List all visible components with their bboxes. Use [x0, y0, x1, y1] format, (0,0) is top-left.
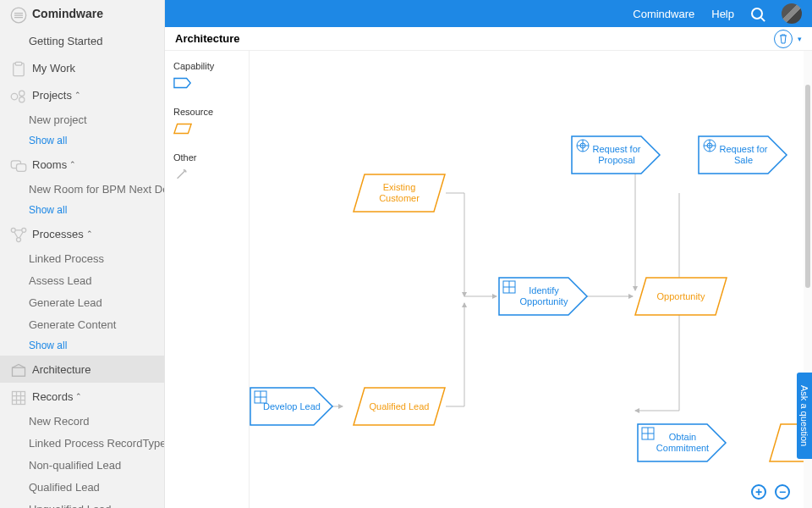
- palette-resource-shape[interactable]: [173, 122, 240, 137]
- records-icon: [10, 389, 27, 403]
- svg-text:Obtain: Obtain: [669, 432, 696, 442]
- svg-point-3: [11, 93, 18, 100]
- svg-text:Customer: Customer: [379, 193, 420, 203]
- svg-text:Sale: Sale: [734, 155, 753, 165]
- delete-button[interactable]: [774, 30, 793, 48]
- palette-resource-label: Resource: [173, 107, 240, 117]
- header-help-link[interactable]: Help: [711, 8, 734, 20]
- sidebar: Comindware Getting Started My Work Proje…: [0, 0, 165, 508]
- header-brand-link[interactable]: Comindware: [633, 8, 694, 20]
- node-develop-lead[interactable]: Develop Lead: [250, 387, 333, 429]
- svg-point-9: [22, 228, 26, 232]
- svg-text:Opportunity: Opportunity: [520, 296, 568, 306]
- svg-text:Commitment: Commitment: [656, 443, 709, 453]
- sidebar-projects[interactable]: Projects⌃: [0, 81, 164, 108]
- menu-icon: [10, 7, 27, 20]
- chevron-up-icon: ⌃: [74, 91, 81, 99]
- sidebar-rooms[interactable]: Rooms⌃: [0, 151, 164, 178]
- chevron-up-icon: ⌃: [69, 160, 76, 168]
- sidebar-rooms-label: Rooms: [32, 158, 67, 171]
- sidebar-my-work[interactable]: My Work: [0, 54, 164, 81]
- sidebar-sub-new-record[interactable]: New Record: [0, 410, 164, 432]
- node-qualified-lead[interactable]: Qualified Lead: [353, 387, 446, 429]
- palette-capability-label: Capability: [173, 61, 240, 71]
- sidebar-brand[interactable]: Comindware: [0, 0, 164, 27]
- diagram-canvas[interactable]: ExistingCustomer Request forProposal Req…: [250, 51, 812, 508]
- svg-text:Identify: Identify: [529, 285, 559, 295]
- delete-dropdown[interactable]: ▾: [798, 35, 802, 43]
- svg-rect-12: [13, 392, 25, 405]
- sidebar-projects-label: Projects: [32, 89, 72, 102]
- page-title: Architecture: [175, 32, 240, 45]
- svg-rect-11: [13, 367, 25, 376]
- sidebar-records-label: Records: [32, 390, 73, 403]
- sidebar-sub-unqualified-lead[interactable]: Unqualified Lead: [0, 498, 164, 508]
- node-request-sale[interactable]: Request forSale: [698, 135, 787, 178]
- svg-point-4: [19, 91, 25, 96]
- node-opportunity[interactable]: Opportunity: [634, 277, 727, 319]
- sidebar-processes-label: Processes: [32, 228, 84, 240]
- canvas-area: Capability Resource Other Existi: [165, 51, 812, 508]
- sidebar-processes-showall[interactable]: Show all: [0, 335, 164, 356]
- svg-rect-2: [15, 62, 22, 65]
- ask-question-tab[interactable]: Ask a question: [797, 373, 812, 459]
- sidebar-getting-started[interactable]: Getting Started: [0, 27, 164, 54]
- svg-text:Request for: Request for: [593, 144, 641, 154]
- zoom-controls: + −: [751, 484, 790, 500]
- sidebar-rooms-showall[interactable]: Show all: [0, 200, 164, 220]
- node-identify-opportunity[interactable]: IdentifyOpportunity: [498, 277, 588, 319]
- svg-point-8: [11, 228, 15, 232]
- palette: Capability Resource Other: [165, 51, 250, 508]
- scrollbar-thumb[interactable]: [805, 85, 810, 288]
- svg-text:Qualified Lead: Qualified Lead: [370, 401, 430, 411]
- sidebar-records[interactable]: Records⌃: [0, 383, 164, 410]
- sidebar-sub-generate-lead[interactable]: Generate Lead: [0, 291, 164, 313]
- palette-other-shape[interactable]: [173, 168, 240, 183]
- zoom-in-button[interactable]: +: [751, 484, 766, 500]
- sidebar-sub-new-project[interactable]: New project: [0, 108, 164, 130]
- svg-text:Opportunity: Opportunity: [657, 291, 705, 301]
- sidebar-sub-qualified-lead[interactable]: Qualified Lead: [0, 476, 164, 498]
- search-icon[interactable]: [751, 8, 763, 19]
- sidebar-sub-linked-recordtype[interactable]: Linked Process RecordType: [0, 432, 164, 454]
- node-obtain-commitment[interactable]: ObtainCommitment: [637, 423, 727, 466]
- node-existing-customer[interactable]: ExistingCustomer: [353, 174, 446, 216]
- palette-capability-shape[interactable]: [173, 76, 240, 91]
- svg-text:Develop Lead: Develop Lead: [263, 401, 321, 411]
- processes-icon: [10, 227, 27, 240]
- chevron-up-icon: ⌃: [86, 229, 93, 238]
- svg-text:Existing: Existing: [383, 182, 416, 192]
- node-request-proposal[interactable]: Request forProposal: [571, 135, 661, 178]
- main: Architecture ▾ Capability Resource Other: [165, 27, 812, 508]
- svg-text:Proposal: Proposal: [598, 155, 634, 165]
- architecture-icon: [10, 362, 27, 376]
- palette-other-label: Other: [173, 152, 240, 163]
- projects-icon: [10, 88, 27, 102]
- sidebar-sub-nonqualified-lead[interactable]: Non-qualified Lead: [0, 454, 164, 476]
- sidebar-my-work-label: My Work: [32, 62, 75, 75]
- sidebar-projects-showall[interactable]: Show all: [0, 130, 164, 151]
- avatar[interactable]: [782, 3, 802, 24]
- svg-rect-7: [17, 164, 26, 172]
- chevron-up-icon: ⌃: [75, 392, 82, 400]
- sidebar-sub-new-room[interactable]: New Room for BPM Next De...: [0, 178, 164, 200]
- page-titlebar: Architecture ▾: [165, 27, 812, 51]
- sidebar-sub-assess-lead[interactable]: Assess Lead: [0, 269, 164, 291]
- zoom-out-button[interactable]: −: [775, 484, 790, 500]
- svg-text:Request for: Request for: [720, 144, 768, 154]
- sidebar-sub-linked-process[interactable]: Linked Process: [0, 247, 164, 269]
- sidebar-brand-label: Comindware: [32, 7, 103, 20]
- sidebar-sub-generate-content[interactable]: Generate Content: [0, 313, 164, 335]
- sidebar-getting-started-label: Getting Started: [29, 35, 102, 47]
- svg-point-5: [19, 97, 25, 102]
- rooms-icon: [10, 157, 27, 171]
- clipboard-icon: [10, 61, 27, 75]
- sidebar-processes[interactable]: Processes⌃: [0, 220, 164, 247]
- sidebar-architecture-label: Architecture: [32, 363, 91, 376]
- sidebar-architecture[interactable]: Architecture: [0, 356, 164, 383]
- svg-point-10: [17, 238, 21, 242]
